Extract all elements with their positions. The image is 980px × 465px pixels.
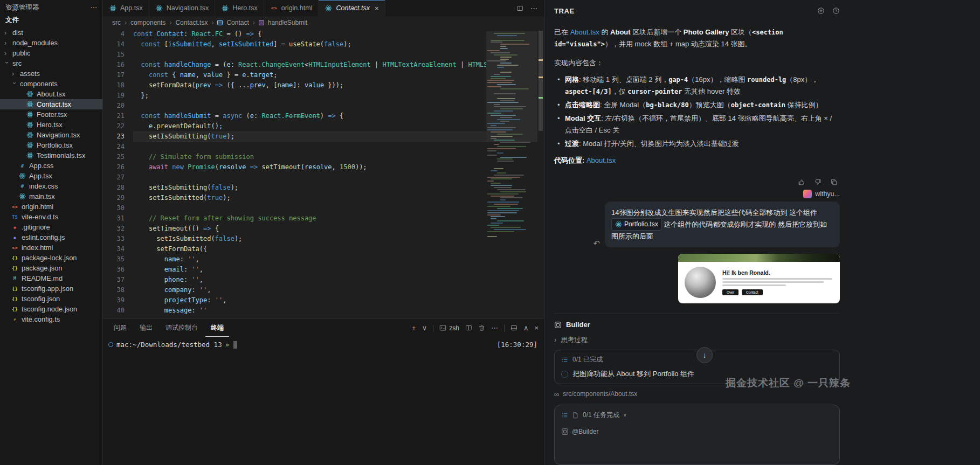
tree-item[interactable]: ›public bbox=[0, 48, 102, 58]
code-line[interactable]: e.preventDefault(); bbox=[133, 121, 486, 131]
minimap[interactable] bbox=[486, 29, 537, 318]
new-chat-icon[interactable] bbox=[817, 7, 825, 15]
tree-item[interactable]: ›node_modules bbox=[0, 38, 102, 48]
code-line[interactable]: // Reset form after showing success mess… bbox=[133, 213, 486, 224]
tree-item[interactable]: ›src bbox=[0, 58, 102, 68]
current-file-reference[interactable]: ∞ src/components/About.tsx bbox=[554, 390, 840, 398]
thinking-toggle[interactable]: › 思考过程 bbox=[554, 336, 840, 345]
tree-item[interactable]: main.tsx bbox=[0, 191, 102, 202]
code-line[interactable]: company: '', bbox=[133, 285, 486, 295]
code-line[interactable]: const Contact: React.FC = () => { bbox=[133, 29, 486, 39]
code-line[interactable]: setIsSubmitted(true); bbox=[133, 193, 486, 203]
thumbs-down-icon[interactable] bbox=[814, 178, 822, 186]
chevron-down-icon[interactable]: ∨ bbox=[422, 324, 427, 331]
tree-item[interactable]: {}tsconfig.node.json bbox=[0, 304, 102, 314]
tree-item[interactable]: TSvite-env.d.ts bbox=[0, 212, 102, 222]
chevron-up-icon[interactable]: ∧ bbox=[523, 324, 529, 331]
editor-tab[interactable]: App.tsx bbox=[103, 0, 149, 16]
code-editor[interactable]: const Contact: React.FC = () => { const … bbox=[133, 29, 486, 318]
more-icon[interactable]: ⋯ bbox=[91, 4, 98, 11]
code-line[interactable]: phone: '', bbox=[133, 275, 486, 285]
code-line[interactable] bbox=[133, 142, 486, 152]
code-line[interactable]: await new Promise(resolve => setTimeout(… bbox=[133, 162, 486, 172]
panel-tab[interactable]: 问题 bbox=[108, 319, 132, 337]
code-line[interactable]: setTimeout(() => { bbox=[133, 224, 486, 234]
panel-tab[interactable]: 输出 bbox=[134, 319, 158, 337]
tree-item[interactable]: <>index.html bbox=[0, 242, 102, 253]
builder-mention[interactable]: @Builder bbox=[561, 428, 833, 435]
split-icon[interactable] bbox=[516, 5, 523, 12]
workspace-folder-header[interactable]: 文件 bbox=[0, 14, 102, 27]
split-icon[interactable] bbox=[465, 324, 472, 331]
code-line[interactable]: // Simulate form submission bbox=[133, 152, 486, 162]
editor-tab[interactable]: Hero.tsx bbox=[215, 0, 264, 16]
tree-item[interactable]: #App.css bbox=[0, 161, 102, 171]
copy-icon[interactable] bbox=[830, 178, 838, 186]
breadcrumb-item[interactable]: Contact.tsx bbox=[175, 19, 208, 26]
code-line[interactable]: const [isSubmitted, setIsSubmitted] = us… bbox=[133, 39, 486, 50]
file-chip[interactable]: Portfolio.tsx bbox=[611, 218, 662, 231]
tree-item[interactable]: App.tsx bbox=[0, 171, 102, 181]
tree-item[interactable]: <>origin.html bbox=[0, 202, 102, 212]
file-link[interactable]: About.tsx bbox=[570, 28, 599, 36]
tree-item[interactable]: {}package.json bbox=[0, 263, 102, 273]
breadcrumb-item[interactable]: src bbox=[112, 19, 121, 26]
terminal-content[interactable]: mac:~/Downloads/testbed 13» [16:30:29] bbox=[103, 337, 544, 465]
tree-item[interactable]: Hero.tsx bbox=[0, 120, 102, 130]
code-line[interactable] bbox=[133, 101, 486, 111]
code-line[interactable] bbox=[133, 50, 486, 60]
code-line[interactable]: }; bbox=[133, 91, 486, 101]
panel-tab[interactable]: 调试控制台 bbox=[160, 319, 203, 337]
tree-item[interactable]: Footer.tsx bbox=[0, 109, 102, 120]
tree-item[interactable]: ›assets bbox=[0, 68, 102, 79]
tree-item[interactable]: ›dist bbox=[0, 27, 102, 38]
scrollbar-thumb[interactable] bbox=[539, 31, 543, 131]
editor-tab[interactable]: Navigation.tsx bbox=[149, 0, 216, 16]
chat-input-card[interactable]: 0/1 任务完成 ∨ @Builder bbox=[554, 405, 840, 465]
attached-image[interactable]: Hi! Ik ben Ronald. Over Contact bbox=[678, 254, 840, 303]
close-icon[interactable]: × bbox=[534, 324, 539, 331]
panel-icon[interactable] bbox=[510, 324, 517, 331]
panel-tab[interactable]: 终端 bbox=[205, 319, 229, 337]
breadcrumb-item[interactable]: components bbox=[130, 19, 165, 26]
code-line[interactable] bbox=[133, 203, 486, 213]
tree-item[interactable]: {}tsconfig.json bbox=[0, 294, 102, 304]
code-line[interactable]: const handleSubmit = async (e: React.For… bbox=[133, 111, 486, 121]
code-line[interactable]: setIsSubmitting(false); bbox=[133, 183, 486, 193]
editor-tab[interactable]: Contact.tsx× bbox=[319, 0, 385, 16]
history-icon[interactable] bbox=[832, 7, 840, 15]
more-icon[interactable]: ⋯ bbox=[491, 324, 498, 331]
more-icon[interactable]: ⋯ bbox=[530, 5, 537, 12]
tree-item[interactable]: MREADME.md bbox=[0, 273, 102, 283]
code-line[interactable]: email: '', bbox=[133, 265, 486, 275]
code-line[interactable]: const handleChange = (e: React.ChangeEve… bbox=[133, 60, 486, 70]
code-line[interactable]: const { name, value } = e.target; bbox=[133, 70, 486, 80]
tree-item[interactable]: About.tsx bbox=[0, 89, 102, 99]
code-line[interactable]: setIsSubmitted(false); bbox=[133, 234, 486, 244]
scroll-to-bottom-button[interactable]: ↓ bbox=[696, 347, 713, 363]
minimap-slider[interactable] bbox=[486, 31, 537, 142]
tree-item[interactable]: ⚡vite.config.ts bbox=[0, 314, 102, 324]
tree-item[interactable]: {}tsconfig.app.json bbox=[0, 283, 102, 294]
tree-item[interactable]: #index.css bbox=[0, 181, 102, 191]
breadcrumb-item[interactable]: handleSubmit bbox=[268, 19, 307, 26]
code-line[interactable]: setFormData({ bbox=[133, 244, 486, 254]
input-task-status-row[interactable]: 0/1 任务完成 ∨ bbox=[561, 411, 833, 420]
code-line[interactable]: setFormData(prev => ({ ...prev, [name]: … bbox=[133, 80, 486, 91]
tree-item[interactable]: Testimonials.tsx bbox=[0, 150, 102, 161]
editor-scrollbar[interactable] bbox=[537, 29, 544, 318]
tree-item[interactable]: ◆.gitignore bbox=[0, 222, 102, 232]
trash-icon[interactable] bbox=[478, 324, 485, 331]
tree-item[interactable]: Contact.tsx bbox=[0, 99, 102, 109]
code-line[interactable]: projectType: '', bbox=[133, 295, 486, 306]
code-line[interactable]: name: '', bbox=[133, 254, 486, 265]
tree-item[interactable]: ›components bbox=[0, 79, 102, 89]
close-icon[interactable]: × bbox=[375, 4, 379, 12]
code-line[interactable]: setIsSubmitting(true); bbox=[133, 131, 486, 142]
tree-item[interactable]: Navigation.tsx bbox=[0, 130, 102, 140]
tree-item[interactable]: ◆eslint.config.js bbox=[0, 232, 102, 242]
code-location-link[interactable]: About.tsx bbox=[586, 156, 616, 164]
terminal-profile[interactable]: zsh bbox=[439, 324, 459, 332]
code-line[interactable]: message: '' bbox=[133, 306, 486, 316]
tree-item[interactable]: Portfolio.tsx bbox=[0, 140, 102, 150]
